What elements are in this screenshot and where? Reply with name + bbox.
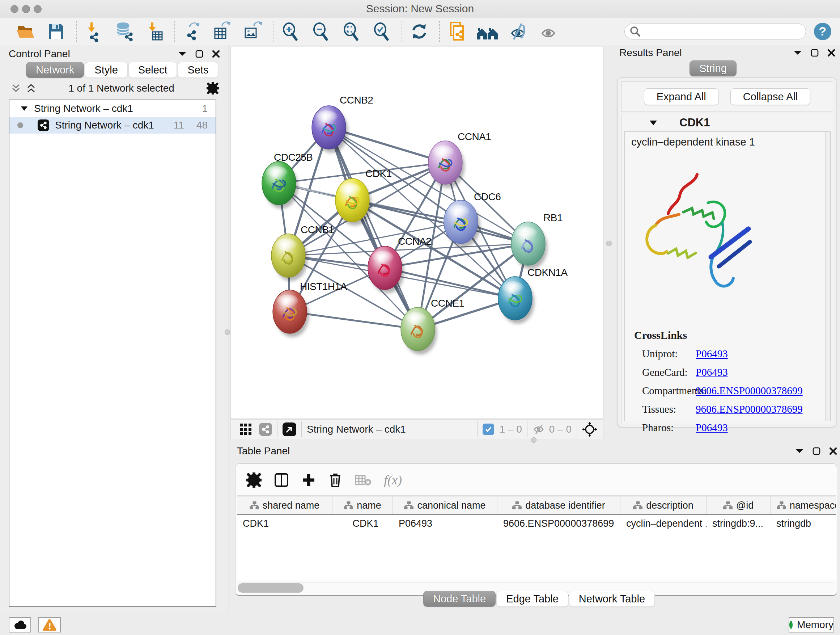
table-cell[interactable]: cyclin–dependent ...: [621, 518, 706, 529]
scrollbar-thumb[interactable]: [238, 583, 303, 593]
tab-node-table[interactable]: Node Table: [423, 591, 496, 607]
collapse-all-button[interactable]: Collapse All: [730, 88, 811, 105]
node-CCNB1[interactable]: [271, 234, 308, 281]
node-CDK1[interactable]: [335, 179, 371, 226]
show-graphics-button[interactable]: [537, 20, 559, 43]
gear-icon[interactable]: [207, 82, 219, 95]
network-share-view-icon[interactable]: [259, 423, 272, 436]
table-cell[interactable]: stringdb: [771, 518, 836, 529]
save-session-button[interactable]: [45, 20, 67, 43]
node-table: shared namenamecanonical namedatabase id…: [237, 496, 836, 580]
table-row[interactable]: CDK1CDK1P064939606.ENSP00000378699cyclin…: [237, 515, 836, 532]
node-label-CDC25B: CDC25B: [274, 152, 313, 163]
column-header-@id[interactable]: @id: [706, 496, 771, 515]
birdseye-view-icon[interactable]: [283, 423, 296, 436]
float-panel-icon[interactable]: [812, 447, 821, 455]
import-table-button[interactable]: [143, 20, 166, 43]
help-button[interactable]: ?: [814, 23, 831, 40]
node-RB1[interactable]: [511, 222, 547, 269]
selected-nodes-checkbox[interactable]: [483, 424, 494, 435]
tab-style[interactable]: Style: [85, 62, 127, 78]
open-session-button[interactable]: [14, 20, 37, 43]
add-column-icon[interactable]: [302, 473, 316, 487]
collapse-panel-icon[interactable]: [793, 50, 802, 56]
table-cell[interactable]: CDK1: [237, 518, 332, 529]
table-cell[interactable]: CDK1: [332, 518, 393, 529]
crosslink-link[interactable]: 9606.ENSP00000378699: [696, 385, 803, 397]
network-canvas[interactable]: CCNB2CCNA1CDC25BCDK1CDC6RB1CCNB1CCNA2CDK…: [231, 47, 603, 419]
close-panel-icon[interactable]: [212, 50, 220, 58]
zoom-fit-button[interactable]: [340, 20, 363, 43]
import-network-button[interactable]: [82, 20, 105, 43]
search-input[interactable]: [641, 26, 801, 37]
float-panel-icon[interactable]: [195, 50, 204, 58]
column-header-namespace[interactable]: namespace: [771, 496, 836, 515]
expand-all-icon[interactable]: [26, 84, 36, 93]
column-header-description[interactable]: description: [621, 496, 706, 515]
close-panel-icon[interactable]: [829, 447, 837, 455]
section-expander-icon[interactable]: [649, 120, 658, 126]
right-splitter-grip[interactable]: [606, 241, 612, 246]
zoom-selected-button[interactable]: [370, 20, 393, 43]
clone-network-button[interactable]: [446, 20, 468, 43]
tab-network[interactable]: Network: [26, 62, 84, 78]
node-CCNE1[interactable]: [401, 307, 437, 355]
edge-CCNB2-CCNE1[interactable]: [329, 127, 418, 329]
table-cell[interactable]: P06493: [393, 518, 497, 529]
grid-view-icon[interactable]: [240, 423, 252, 435]
node-CCNA2[interactable]: [368, 246, 404, 293]
export-network-button[interactable]: [181, 20, 203, 43]
tab-network-table[interactable]: Network Table: [569, 591, 655, 607]
show-columns-icon[interactable]: [274, 472, 289, 488]
bottom-splitter-grip[interactable]: [531, 437, 537, 443]
collapse-panel-icon[interactable]: [795, 448, 804, 454]
node-CCNA1[interactable]: [428, 141, 464, 188]
edge-CCNA2-CDKN1A[interactable]: [385, 268, 515, 298]
hide-unhide-button[interactable]: [507, 20, 529, 43]
crosslink-link[interactable]: 9606.ENSP00000378699: [696, 403, 803, 415]
crosslink-link[interactable]: P06493: [696, 422, 728, 434]
left-splitter-grip[interactable]: [225, 329, 230, 335]
collapse-all-icon[interactable]: [11, 84, 21, 93]
node-HIST1H1A[interactable]: [273, 290, 309, 337]
cloud-button[interactable]: [9, 617, 31, 632]
search-box[interactable]: [624, 24, 806, 40]
collapse-panel-icon[interactable]: [178, 51, 187, 57]
node-CDC6[interactable]: [444, 200, 480, 247]
warnings-button[interactable]: [38, 617, 61, 632]
results-scrollbar[interactable]: [825, 132, 830, 421]
crosslink-link[interactable]: P06493: [696, 366, 728, 378]
tab-string[interactable]: String: [690, 60, 737, 76]
zoom-out-button[interactable]: [309, 20, 332, 43]
zoom-in-button[interactable]: [279, 20, 302, 43]
tab-edge-table[interactable]: Edge Table: [496, 591, 568, 607]
export-image-button[interactable]: [242, 20, 264, 43]
network-row[interactable]: String Network – cdk1 11 48: [9, 117, 216, 134]
table-cell[interactable]: stringdb:9...: [706, 518, 771, 529]
string-home-button[interactable]: [476, 20, 499, 43]
column-header-database-identifier[interactable]: database identifier: [497, 496, 621, 515]
tree-expander-icon[interactable]: [20, 106, 28, 111]
memory-status-dot: [789, 621, 793, 629]
column-header-name[interactable]: name: [332, 496, 393, 515]
delete-column-icon[interactable]: [328, 472, 343, 488]
tab-sets[interactable]: Sets: [178, 62, 218, 78]
expand-all-button[interactable]: Expand All: [644, 88, 719, 105]
float-panel-icon[interactable]: [810, 49, 819, 57]
gear-icon[interactable]: [246, 472, 262, 488]
column-header-shared-name[interactable]: shared name: [237, 496, 332, 515]
edge-HIST1H1A-CCNE1[interactable]: [290, 312, 418, 329]
column-header-canonical-name[interactable]: canonical name: [393, 496, 497, 515]
import-network-from-database-button[interactable]: [113, 20, 135, 43]
crosslink-link[interactable]: P06493: [696, 348, 728, 360]
network-collection-row[interactable]: String Network – cdk1 1: [9, 100, 216, 117]
node-CDKN1A[interactable]: [498, 277, 534, 324]
export-table-button[interactable]: [211, 20, 234, 43]
tab-select[interactable]: Select: [128, 62, 177, 78]
node-CCNB2[interactable]: [312, 106, 348, 153]
refresh-layout-button[interactable]: [408, 20, 431, 43]
memory-button[interactable]: Memory: [789, 617, 834, 632]
table-cell[interactable]: 9606.ENSP00000378699: [497, 518, 621, 529]
crosshair-icon[interactable]: [582, 422, 597, 437]
close-panel-icon[interactable]: [827, 49, 836, 57]
